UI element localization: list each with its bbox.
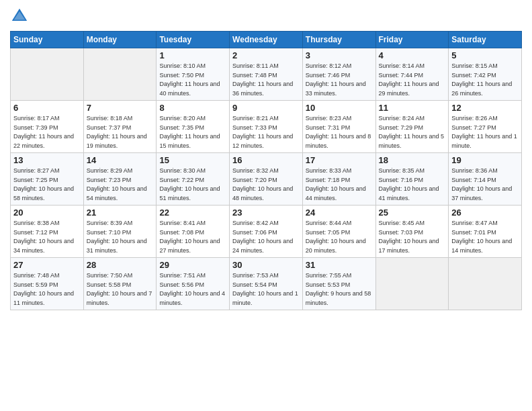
day-number: 9: [232, 103, 300, 113]
calendar-day-cell: 7Sunrise: 8:18 AMSunset: 7:37 PMDaylight…: [83, 101, 157, 153]
calendar-day-cell: 22Sunrise: 8:41 AMSunset: 7:08 PMDayligh…: [157, 205, 230, 258]
day-info: Sunrise: 8:30 AMSunset: 7:22 PMDaylight:…: [159, 167, 226, 203]
day-number: 18: [379, 155, 446, 165]
weekday-header-cell: Tuesday: [157, 32, 230, 48]
calendar-day-cell: [375, 258, 449, 310]
day-number: 30: [232, 260, 300, 270]
calendar-day-cell: 18Sunrise: 8:35 AMSunset: 7:16 PMDayligh…: [375, 153, 449, 205]
day-number: 22: [159, 208, 226, 218]
day-number: 16: [232, 155, 300, 165]
weekday-header-cell: Monday: [83, 32, 157, 48]
weekday-header-row: SundayMondayTuesdayWednesdayThursdayFrid…: [11, 32, 522, 48]
day-number: 25: [379, 208, 446, 218]
calendar-day-cell: [449, 258, 522, 310]
calendar-day-cell: 1Sunrise: 8:10 AMSunset: 7:50 PMDaylight…: [157, 48, 230, 101]
calendar-day-cell: 21Sunrise: 8:39 AMSunset: 7:10 PMDayligh…: [83, 205, 157, 258]
calendar-day-cell: 31Sunrise: 7:55 AMSunset: 5:53 PMDayligh…: [302, 258, 375, 310]
logo: [10, 7, 32, 26]
calendar-day-cell: 2Sunrise: 8:11 AMSunset: 7:48 PMDaylight…: [230, 48, 303, 101]
calendar-day-cell: 6Sunrise: 8:17 AMSunset: 7:39 PMDaylight…: [11, 101, 84, 153]
day-info: Sunrise: 8:38 AMSunset: 7:12 PMDaylight:…: [13, 219, 81, 255]
day-info: Sunrise: 8:36 AMSunset: 7:14 PMDaylight:…: [451, 167, 519, 203]
calendar-day-cell: 30Sunrise: 7:53 AMSunset: 5:54 PMDayligh…: [230, 258, 303, 310]
calendar-week-row: 13Sunrise: 8:27 AMSunset: 7:25 PMDayligh…: [11, 153, 522, 205]
calendar-day-cell: 20Sunrise: 8:38 AMSunset: 7:12 PMDayligh…: [11, 205, 84, 258]
calendar-day-cell: 11Sunrise: 8:24 AMSunset: 7:29 PMDayligh…: [375, 101, 449, 153]
day-number: 20: [13, 208, 81, 218]
day-info: Sunrise: 8:42 AMSunset: 7:06 PMDaylight:…: [232, 219, 300, 255]
day-info: Sunrise: 8:27 AMSunset: 7:25 PMDaylight:…: [13, 167, 81, 203]
day-info: Sunrise: 8:26 AMSunset: 7:27 PMDaylight:…: [451, 114, 519, 150]
calendar-day-cell: 14Sunrise: 8:29 AMSunset: 7:23 PMDayligh…: [83, 153, 157, 205]
day-info: Sunrise: 8:20 AMSunset: 7:35 PMDaylight:…: [159, 114, 226, 150]
day-info: Sunrise: 8:41 AMSunset: 7:08 PMDaylight:…: [159, 219, 226, 255]
weekday-header-cell: Saturday: [449, 32, 522, 48]
day-info: Sunrise: 8:35 AMSunset: 7:16 PMDaylight:…: [379, 167, 446, 203]
day-info: Sunrise: 8:18 AMSunset: 7:37 PMDaylight:…: [87, 114, 154, 150]
weekday-header-cell: Friday: [375, 32, 449, 48]
day-number: 7: [87, 103, 154, 113]
day-info: Sunrise: 8:14 AMSunset: 7:44 PMDaylight:…: [379, 62, 446, 98]
day-info: Sunrise: 8:32 AMSunset: 7:20 PMDaylight:…: [232, 167, 300, 203]
weekday-header-cell: Thursday: [302, 32, 375, 48]
weekday-header-cell: Wednesday: [230, 32, 303, 48]
day-number: 19: [451, 155, 519, 165]
calendar-day-cell: 28Sunrise: 7:50 AMSunset: 5:58 PMDayligh…: [83, 258, 157, 310]
day-number: 23: [232, 208, 300, 218]
calendar-day-cell: 4Sunrise: 8:14 AMSunset: 7:44 PMDaylight…: [375, 48, 449, 101]
calendar-week-row: 1Sunrise: 8:10 AMSunset: 7:50 PMDaylight…: [11, 48, 522, 101]
day-number: 21: [87, 208, 154, 218]
calendar-day-cell: 26Sunrise: 8:47 AMSunset: 7:01 PMDayligh…: [449, 205, 522, 258]
calendar-day-cell: 29Sunrise: 7:51 AMSunset: 5:56 PMDayligh…: [157, 258, 230, 310]
calendar-day-cell: 3Sunrise: 8:12 AMSunset: 7:46 PMDaylight…: [302, 48, 375, 101]
day-number: 11: [379, 103, 446, 113]
day-number: 14: [87, 155, 154, 165]
day-info: Sunrise: 7:48 AMSunset: 5:59 PMDaylight:…: [13, 271, 81, 308]
day-info: Sunrise: 8:10 AMSunset: 7:50 PMDaylight:…: [159, 62, 226, 98]
day-info: Sunrise: 7:55 AMSunset: 5:53 PMDaylight:…: [306, 271, 373, 308]
day-info: Sunrise: 7:53 AMSunset: 5:54 PMDaylight:…: [232, 271, 300, 308]
day-info: Sunrise: 8:24 AMSunset: 7:29 PMDaylight:…: [379, 114, 446, 150]
day-number: 8: [159, 103, 226, 113]
calendar-day-cell: 10Sunrise: 8:23 AMSunset: 7:31 PMDayligh…: [302, 101, 375, 153]
day-info: Sunrise: 8:33 AMSunset: 7:18 PMDaylight:…: [306, 167, 373, 203]
day-info: Sunrise: 8:11 AMSunset: 7:48 PMDaylight:…: [232, 62, 300, 98]
calendar-day-cell: 23Sunrise: 8:42 AMSunset: 7:06 PMDayligh…: [230, 205, 303, 258]
day-number: 17: [306, 155, 373, 165]
day-info: Sunrise: 8:15 AMSunset: 7:42 PMDaylight:…: [451, 62, 519, 98]
day-number: 12: [451, 103, 519, 113]
day-number: 5: [451, 50, 519, 60]
calendar-week-row: 6Sunrise: 8:17 AMSunset: 7:39 PMDaylight…: [11, 101, 522, 153]
day-number: 27: [13, 260, 81, 270]
calendar-day-cell: 9Sunrise: 8:21 AMSunset: 7:33 PMDaylight…: [230, 101, 303, 153]
day-info: Sunrise: 7:50 AMSunset: 5:58 PMDaylight:…: [87, 271, 154, 308]
day-info: Sunrise: 8:12 AMSunset: 7:46 PMDaylight:…: [306, 62, 373, 98]
day-number: 24: [306, 208, 373, 218]
day-number: 29: [159, 260, 226, 270]
day-number: 2: [232, 50, 300, 60]
day-number: 3: [306, 50, 373, 60]
day-info: Sunrise: 8:23 AMSunset: 7:31 PMDaylight:…: [306, 114, 373, 150]
day-info: Sunrise: 8:45 AMSunset: 7:03 PMDaylight:…: [379, 219, 446, 255]
day-info: Sunrise: 8:29 AMSunset: 7:23 PMDaylight:…: [87, 167, 154, 203]
page-header: [10, 7, 522, 26]
calendar-day-cell: 19Sunrise: 8:36 AMSunset: 7:14 PMDayligh…: [449, 153, 522, 205]
calendar-day-cell: 15Sunrise: 8:30 AMSunset: 7:22 PMDayligh…: [157, 153, 230, 205]
day-number: 26: [451, 208, 519, 218]
calendar-day-cell: 25Sunrise: 8:45 AMSunset: 7:03 PMDayligh…: [375, 205, 449, 258]
day-info: Sunrise: 8:17 AMSunset: 7:39 PMDaylight:…: [13, 114, 81, 150]
day-info: Sunrise: 8:47 AMSunset: 7:01 PMDaylight:…: [451, 219, 519, 255]
day-info: Sunrise: 7:51 AMSunset: 5:56 PMDaylight:…: [159, 271, 226, 308]
day-info: Sunrise: 8:44 AMSunset: 7:05 PMDaylight:…: [306, 219, 373, 255]
calendar-day-cell: [83, 48, 157, 101]
calendar-day-cell: 24Sunrise: 8:44 AMSunset: 7:05 PMDayligh…: [302, 205, 375, 258]
day-info: Sunrise: 8:21 AMSunset: 7:33 PMDaylight:…: [232, 114, 300, 150]
calendar-week-row: 27Sunrise: 7:48 AMSunset: 5:59 PMDayligh…: [11, 258, 522, 310]
calendar-body: 1Sunrise: 8:10 AMSunset: 7:50 PMDaylight…: [11, 48, 522, 310]
day-number: 31: [306, 260, 373, 270]
calendar-day-cell: 5Sunrise: 8:15 AMSunset: 7:42 PMDaylight…: [449, 48, 522, 101]
day-number: 15: [159, 155, 226, 165]
calendar-day-cell: 16Sunrise: 8:32 AMSunset: 7:20 PMDayligh…: [230, 153, 303, 205]
calendar-week-row: 20Sunrise: 8:38 AMSunset: 7:12 PMDayligh…: [11, 205, 522, 258]
calendar-day-cell: 8Sunrise: 8:20 AMSunset: 7:35 PMDaylight…: [157, 101, 230, 153]
